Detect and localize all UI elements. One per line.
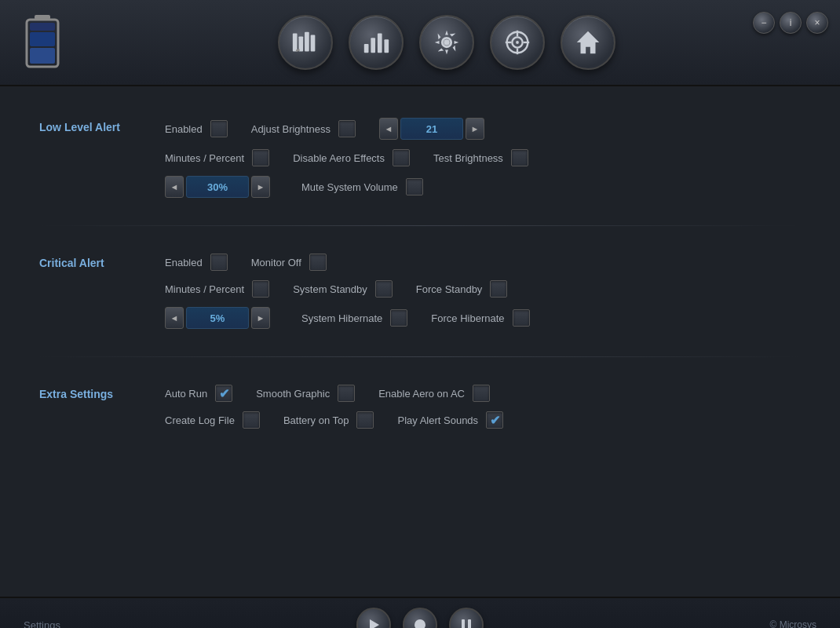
low-level-alert-body: Enabled Adjust Brightness ◄ 21 ► [165,118,801,198]
extra-row-2: Create Log File Battery on Top Play Aler… [165,411,801,429]
critical-row-3: ◄ 5% ► System Hibernate Force Hibernate [165,307,801,329]
extra-settings-body: Auto Run ✔ Smooth Graphic Enable Aero on… [165,385,801,429]
enable-aero-checkbox[interactable] [473,385,490,402]
svg-rect-3 [30,32,55,46]
system-standby-group: System Standby [293,280,393,298]
low-value-stepper: ◄ 30% ► [165,176,270,198]
critical-increase-button[interactable]: ► [251,307,270,329]
critical-minutes-label: Minutes / Percent [165,283,244,295]
low-increase-button[interactable]: ► [251,176,270,198]
critical-decrease-button[interactable]: ◄ [165,307,184,329]
critical-enabled-checkbox[interactable] [210,254,228,271]
mute-volume-group: Mute System Volume [301,178,423,195]
force-hibernate-label: Force Hibernate [431,312,504,324]
disable-aero-checkbox[interactable] [393,149,410,166]
monitor-off-label: Monitor Off [251,257,301,268]
auto-run-label: Auto Run [165,388,207,400]
mute-volume-label: Mute System Volume [301,181,398,193]
nav-settings-button[interactable] [419,15,474,70]
extra-settings-section: Extra Settings Auto Run ✔ Smooth Graphic… [39,369,801,444]
header-nav [77,15,816,70]
monitor-off-group: Monitor Off [251,254,327,271]
window-controls: − i × [753,12,828,34]
low-value: 30% [186,176,249,198]
adjust-brightness-label: Adjust Brightness [251,123,331,135]
low-level-alert-label: Low Level Alert [39,118,165,133]
footer: Settings © Microsys [0,597,840,628]
main-content: Low Level Alert Enabled Adjust Brightnes… [0,86,840,597]
monitor-off-checkbox[interactable] [309,254,327,271]
auto-run-checkbox[interactable]: ✔ [215,385,232,402]
svg-rect-27 [468,619,471,628]
svg-marker-24 [370,619,379,628]
low-decrease-button[interactable]: ◄ [165,176,184,198]
header: − i × [0,0,840,86]
test-brightness-checkbox[interactable] [511,149,528,166]
info-button[interactable]: i [780,12,802,34]
adjust-brightness-checkbox[interactable] [338,120,356,137]
battery-on-top-group: Battery on Top [283,411,374,429]
play-alert-group: Play Alert Sounds ✔ [397,411,503,429]
play-alert-checkbox[interactable]: ✔ [486,411,503,429]
stop-button[interactable] [403,608,437,628]
brightness-decrease-button[interactable]: ◄ [379,118,398,140]
create-log-label: Create Log File [165,414,235,426]
nav-target-button[interactable] [490,15,545,70]
critical-minutes-group: Minutes / Percent [165,280,269,298]
settings-label: Settings [24,619,60,629]
critical-value-stepper: ◄ 5% ► [165,307,270,329]
svg-rect-10 [364,44,369,53]
brightness-value: 21 [400,118,463,140]
copyright-label: © Microsys [769,619,816,628]
create-log-checkbox[interactable] [243,411,260,429]
battery-on-top-label: Battery on Top [283,414,349,426]
low-level-row-3: ◄ 30% ► Mute System Volume [165,176,801,198]
svg-rect-13 [384,39,389,53]
system-hibernate-group: System Hibernate [301,309,407,327]
footer-controls [356,608,484,628]
critical-enabled-label: Enabled [165,257,203,268]
low-minutes-label: Minutes / Percent [165,152,244,164]
enable-aero-group: Enable Aero on AC [378,385,490,402]
nav-battery-button[interactable] [278,15,333,70]
smooth-graphic-group: Smooth Graphic [256,385,355,402]
brightness-increase-button[interactable]: ► [466,118,484,140]
create-log-group: Create Log File [165,411,260,429]
adjust-brightness-group: Adjust Brightness [251,120,356,137]
system-standby-checkbox[interactable] [375,280,393,298]
low-enabled-checkbox[interactable] [210,120,228,137]
mute-volume-checkbox[interactable] [406,178,423,195]
battery-on-top-checkbox[interactable] [356,411,374,429]
low-minutes-checkbox[interactable] [252,149,269,166]
svg-rect-8 [311,35,316,52]
extra-row-1: Auto Run ✔ Smooth Graphic Enable Aero on… [165,385,801,402]
svg-point-15 [444,39,450,46]
critical-alert-body: Enabled Monitor Off Minutes / Percent Sy… [165,254,801,329]
smooth-graphic-label: Smooth Graphic [256,388,330,400]
auto-run-group: Auto Run ✔ [165,385,232,402]
critical-minutes-checkbox[interactable] [252,280,269,298]
pause-button[interactable] [449,608,484,628]
nav-chart-button[interactable] [349,15,404,70]
system-hibernate-label: System Hibernate [301,312,382,324]
low-enabled-label: Enabled [165,123,203,135]
force-standby-group: Force Standby [416,280,508,298]
svg-point-25 [415,619,425,628]
critical-alert-section: Critical Alert Enabled Monitor Off Minut… [39,238,801,345]
close-button[interactable]: × [806,12,828,34]
low-level-row-1: Enabled Adjust Brightness ◄ 21 ► [165,118,801,140]
play-button[interactable] [356,608,391,628]
system-hibernate-checkbox[interactable] [390,309,407,327]
nav-home-button[interactable] [561,15,615,70]
enable-aero-label: Enable Aero on AC [378,388,465,400]
minimize-button[interactable]: − [753,12,775,34]
force-hibernate-checkbox[interactable] [513,309,530,327]
system-standby-label: System Standby [293,283,367,295]
svg-point-18 [516,41,519,44]
smooth-graphic-checkbox[interactable] [338,385,355,402]
svg-rect-4 [30,23,55,31]
low-level-row-2: Minutes / Percent Disable Aero Effects T… [165,149,801,166]
force-standby-checkbox[interactable] [490,280,507,298]
svg-rect-5 [293,34,298,52]
low-level-alert-section: Low Level Alert Enabled Adjust Brightnes… [39,102,801,214]
